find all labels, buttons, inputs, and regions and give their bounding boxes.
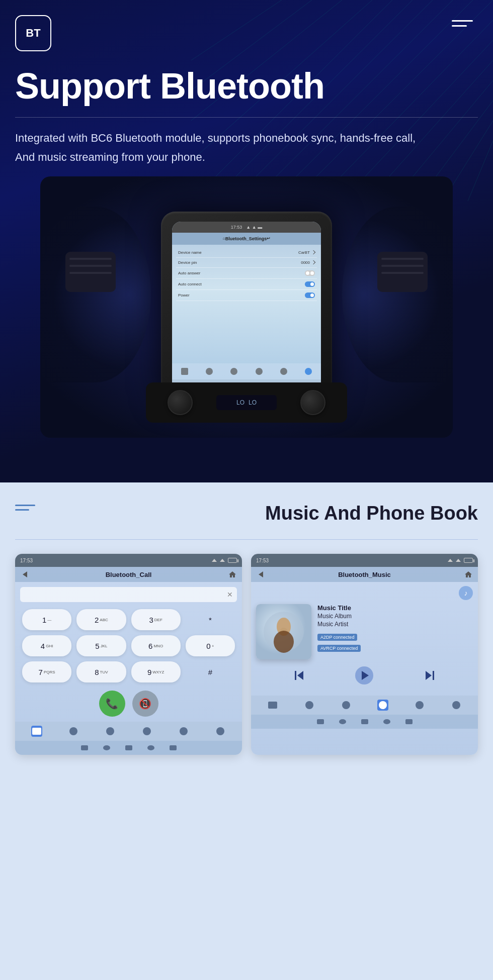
dialpad-4[interactable]: 4GHI	[22, 635, 71, 656]
call-back-button[interactable]	[20, 570, 29, 579]
car-display-strip: LO LO	[216, 395, 277, 410]
call-nav-music[interactable]	[141, 726, 152, 737]
call-time: 17:53	[20, 558, 33, 563]
hu-nav-contact	[206, 368, 213, 375]
play-button[interactable]	[355, 666, 373, 684]
music-signal-up	[448, 559, 453, 562]
next-button[interactable]	[421, 666, 439, 684]
music-bottom-dual	[361, 719, 368, 724]
call-nav-apps[interactable]	[31, 726, 42, 737]
hero-section: BT Support Bluetooth Integrated with BC6…	[0, 0, 493, 482]
section-divider	[15, 539, 478, 540]
dialpad-8[interactable]: 8TUV	[76, 661, 126, 682]
call-titlebar: Bluetooth_Call	[15, 567, 242, 582]
music-phone-screen: 17:53 Bluetooth_Music ♪	[251, 554, 478, 755]
music-nav-apps[interactable]	[267, 700, 278, 711]
dialpad-6[interactable]: 6MNO	[131, 635, 181, 656]
car-side-left	[40, 207, 151, 382]
car-mockup-container: 17:53 ▲ ▲ ▬ ⌂ Bluetooth_Settings ↩ Devic…	[0, 176, 493, 438]
call-nav-phone[interactable]	[105, 726, 116, 737]
music-bottombar	[251, 715, 478, 729]
call-bottom-power	[103, 745, 110, 750]
hu-statusbar: 17:53 ▲ ▲ ▬	[172, 222, 321, 233]
hu-row-device-pin: Device pin 0000	[176, 258, 317, 268]
music-nav-music[interactable]	[377, 700, 388, 711]
call-nav-bt[interactable]	[215, 726, 226, 737]
music-time: 17:53	[256, 558, 269, 563]
head-unit-bezel: 17:53 ▲ ▲ ▬ ⌂ Bluetooth_Settings ↩ Devic…	[161, 212, 332, 403]
hangup-button[interactable]: 📵	[132, 691, 158, 717]
hu-row-auto-connect: Auto connect	[176, 279, 317, 290]
screens-row: 17:53 Bluetooth_Call ✕	[15, 554, 478, 755]
call-search-bar[interactable]: ✕	[20, 587, 237, 602]
call-nav-contact[interactable]	[68, 726, 79, 737]
prev-button[interactable]	[290, 666, 308, 684]
bottom-header: Music And Phone Book	[15, 503, 478, 524]
call-statusbar: 17:53	[15, 554, 242, 567]
music-controls	[256, 659, 473, 692]
hu-row-power: Power	[176, 290, 317, 301]
title-divider	[15, 117, 478, 118]
dialpad-9[interactable]: 9WXYZ	[131, 661, 181, 682]
hero-description: Integrated with BC6 Bluetooth module, su…	[0, 129, 493, 166]
car-knob-left	[168, 390, 193, 415]
hamburger-line-2	[452, 25, 467, 27]
bottom-hamburger-line-1	[15, 505, 35, 506]
menu-button[interactable]	[452, 15, 473, 27]
call-button[interactable]: 📞	[99, 691, 125, 717]
car-mockup: 17:53 ▲ ▲ ▬ ⌂ Bluetooth_Settings ↩ Devic…	[40, 176, 453, 438]
music-nav-link[interactable]	[414, 700, 425, 711]
bottom-section: Music And Phone Book 17:53 Bluetooth_Cal…	[0, 482, 493, 980]
hu-screen: 17:53 ▲ ▲ ▬ ⌂ Bluetooth_Settings ↩ Devic…	[172, 222, 321, 393]
call-home-button[interactable]	[228, 570, 237, 579]
call-bottom-home	[81, 745, 88, 750]
dialpad-5[interactable]: 5JKL	[76, 635, 126, 656]
hu-nav-phone	[230, 368, 237, 375]
call-navbar	[15, 722, 242, 741]
music-note-button[interactable]: ♪	[459, 586, 473, 600]
music-nav-phone[interactable]	[341, 700, 352, 711]
page-title: Support Bluetooth	[0, 51, 493, 106]
music-bottom-power	[339, 719, 346, 724]
hu-nav-link	[280, 368, 287, 375]
hu-settings-content: Device name CarBT Device pin 0000 Auto a…	[172, 245, 321, 363]
dialpad-7[interactable]: 7PQRS	[22, 661, 71, 682]
music-nav-bt[interactable]	[451, 700, 462, 711]
music-navbar	[251, 696, 478, 715]
dialpad-2[interactable]: 2ABC	[76, 609, 126, 630]
call-bottom-dual	[125, 745, 132, 750]
music-battery-icon	[464, 558, 473, 563]
car-vent-left	[65, 252, 116, 292]
dialpad-0plus[interactable]: 0+	[186, 635, 235, 656]
dialpad-3[interactable]: 3DEF	[131, 609, 181, 630]
call-phone-screen: 17:53 Bluetooth_Call ✕	[15, 554, 242, 755]
music-album: Music Album	[317, 613, 473, 620]
badge-a2dp: A2DP connected	[317, 634, 357, 641]
music-bottom-home	[317, 719, 324, 724]
dialpad-star[interactable]: *	[186, 609, 235, 630]
call-status-icons	[212, 558, 237, 563]
dialpad-1[interactable]: 1—	[22, 609, 71, 630]
signal-up-icon	[212, 559, 217, 562]
music-signal-up-2	[456, 559, 461, 562]
music-back-button[interactable]	[256, 570, 265, 579]
head-unit-screen: 17:53 ▲ ▲ ▬ ⌂ Bluetooth_Settings ↩ Devic…	[172, 222, 321, 393]
dialpad-hash[interactable]: #	[186, 661, 235, 682]
search-clear-icon[interactable]: ✕	[227, 591, 233, 599]
phone-hangup-icon: 📵	[139, 698, 151, 710]
music-bottom-mode	[405, 719, 413, 724]
hero-header: BT	[0, 0, 493, 51]
call-actions: 📞 📵	[15, 685, 242, 722]
music-nav-contact[interactable]	[304, 700, 315, 711]
music-home-button[interactable]	[464, 570, 473, 579]
bottom-menu-icon[interactable]	[15, 505, 35, 511]
music-title: Music Title	[317, 604, 473, 612]
svg-point-21	[274, 631, 294, 653]
call-bottom-ac	[147, 745, 154, 750]
car-knob-right	[300, 390, 325, 415]
call-nav-link[interactable]	[178, 726, 189, 737]
signal-up-icon-2	[220, 559, 225, 562]
car-side-right	[342, 207, 453, 382]
hu-nav-apps	[181, 368, 188, 375]
hu-nav-music	[256, 368, 263, 375]
